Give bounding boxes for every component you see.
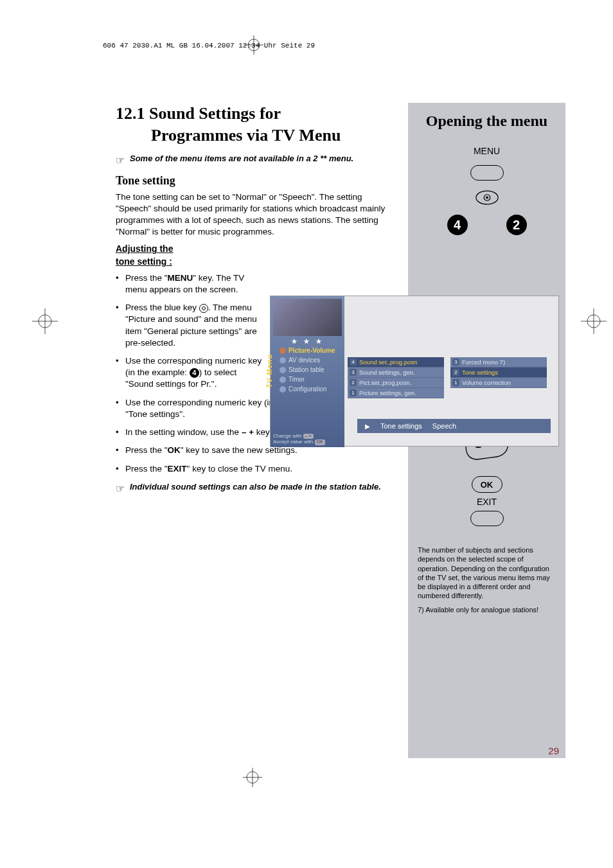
step-1: Press the "MENU" key. The TV menu appear… [116, 272, 263, 296]
submenu-col-1: 4Sound set.,prog.posn3Sound settings, ge… [348, 357, 444, 398]
sidebar-footnote: 7) Available only for analogue stations! [418, 606, 556, 614]
exit-button[interactable] [470, 511, 504, 526]
tv-thumbnail [273, 299, 342, 336]
print-header: 606 47 2030.A1 ML GB 16.04.2007 12:34 Uh… [103, 42, 315, 49]
tv-menu-item[interactable]: Configuration [278, 384, 342, 394]
blue-key-button[interactable] [475, 190, 499, 206]
submenu-item[interactable]: 3Forced mono 7) [450, 357, 547, 368]
pointer-icon: ☞ [116, 483, 125, 495]
tv-menu-item[interactable]: Timer [278, 375, 342, 384]
tv-submenus: 4Sound set.,prog.posn3Sound settings, ge… [348, 357, 547, 398]
submenu-item[interactable]: 2Pict.set.,prog.posn. [348, 378, 444, 388]
page: 606 47 2030.A1 ML GB 16.04.2007 12:34 Uh… [64, 64, 565, 771]
status-label: Tone settings [380, 422, 422, 430]
tv-menu-item[interactable]: Picture-Volume [278, 346, 342, 355]
key-2-big[interactable]: 2 [506, 215, 527, 235]
submenu-item[interactable]: 2Tone settings [450, 368, 547, 378]
panel-footer: Change with – + Accept value with OK [273, 433, 325, 445]
ok-button[interactable]: OK [472, 476, 502, 493]
note-1: ☞ Some of the menu items are not availab… [116, 153, 386, 166]
exit-group: EXIT [418, 497, 556, 526]
section-title: 12.1 Sound Settings for Programmes via T… [116, 103, 386, 146]
registration-mark-bottom [243, 768, 262, 790]
tv-status-bar: ▶ Tone settings Speech [357, 419, 551, 433]
adjust-heading-line2: tone setting : [116, 256, 386, 269]
step-7: Press the "EXIT" key to close the TV men… [116, 463, 386, 475]
submenu-item[interactable]: 3Sound settings, gen. [348, 368, 444, 378]
step-3: Use the corresponding numeric key (in th… [116, 355, 263, 391]
menu-label: MENU [474, 146, 500, 156]
exit-label: EXIT [477, 497, 497, 507]
tv-menu-screenshot: ★ ★ ★ TV-Menu Picture-VolumeAV devicesSt… [270, 296, 559, 447]
submenu-item[interactable]: 4Sound set.,prog.posn [348, 357, 444, 368]
play-icon: ▶ [365, 423, 370, 430]
registration-mark-top [244, 35, 263, 57]
status-value: Speech [432, 422, 456, 430]
svg-point-11 [486, 197, 488, 199]
page-number: 29 [548, 745, 559, 756]
menu-button[interactable] [470, 165, 504, 181]
step-6: Press the "OK" key to save the new setti… [116, 445, 386, 456]
title-line1: 12.1 Sound Settings for [116, 104, 281, 123]
tv-menu-panel: ★ ★ ★ TV-Menu Picture-VolumeAV devicesSt… [271, 296, 344, 447]
title-line2: Programmes via TV Menu [116, 125, 386, 146]
note-2-text: Individual sound settings can also be ma… [130, 481, 381, 493]
tone-body: The tone setting can be set to "Normal" … [116, 191, 386, 238]
submenu-col-2: 3Forced mono 7)2Tone settings1Volume cor… [450, 357, 547, 398]
pointer-icon: ☞ [116, 154, 125, 166]
key-4-big[interactable]: 4 [447, 215, 468, 235]
tv-menu-item[interactable]: AV devices [278, 355, 342, 365]
sidebar-note: The number of subjects and sections depe… [418, 545, 556, 601]
tv-menu-item[interactable]: Station table [278, 365, 342, 375]
submenu-item[interactable]: 1Volume correction [450, 378, 547, 388]
step-2: Press the blue key . The menu "Picture a… [116, 302, 263, 349]
remote-controls-top: MENU 4 2 [418, 146, 556, 235]
note-2: ☞ Individual sound settings can also be … [116, 481, 386, 495]
key-4: 4 [190, 368, 199, 378]
note-1-text: Some of the menu items are not available… [130, 153, 353, 164]
blue-key-icon [199, 304, 208, 313]
adjust-heading-line1: Adjusting the [116, 243, 386, 256]
submenu-item[interactable]: 1Picture settings, gen. [348, 388, 444, 398]
tone-heading: Tone setting [116, 174, 386, 188]
stars-icon: ★ ★ ★ [273, 337, 342, 346]
crop-mark-right [581, 308, 607, 334]
tv-menu-vertical-label: TV-Menu [265, 354, 273, 388]
adjust-heading: Adjusting the tone setting : [116, 243, 386, 268]
sidebar-title: Opening the menu [418, 112, 556, 130]
crop-mark-left [32, 308, 58, 334]
